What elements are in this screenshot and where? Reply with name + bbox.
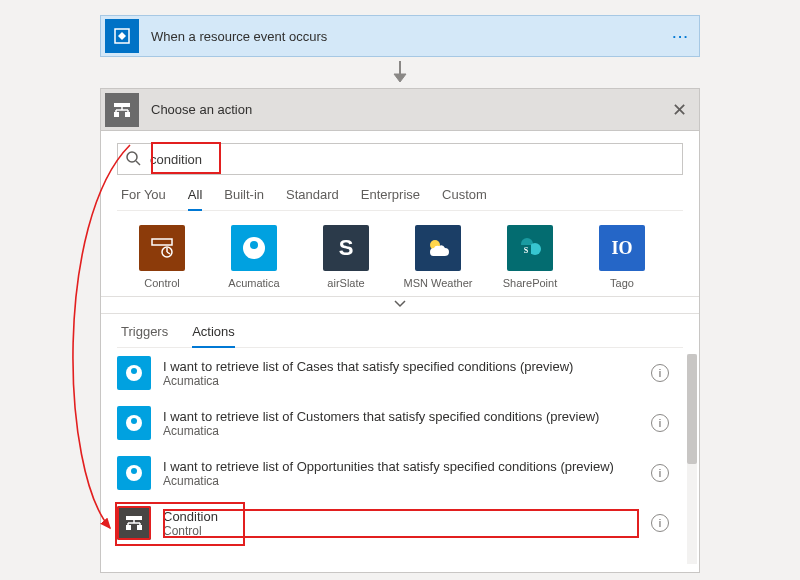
tab-standard[interactable]: Standard xyxy=(286,187,339,210)
svg-point-10 xyxy=(127,152,137,162)
connector-label: Control xyxy=(127,277,197,290)
trigger-card[interactable]: When a resource event occurs ··· xyxy=(100,15,700,57)
tab-for-you[interactable]: For You xyxy=(121,187,166,210)
action-header-icon xyxy=(105,93,139,127)
connector-label: airSlate xyxy=(311,277,381,290)
svg-rect-3 xyxy=(114,103,130,107)
connector-sharepoint[interactable]: SSharePoint xyxy=(495,225,565,290)
control-icon xyxy=(139,225,185,271)
result-title: I want to retrieve list of Customers tha… xyxy=(163,409,639,424)
svg-point-26 xyxy=(131,418,137,424)
sharepoint-icon: S xyxy=(507,225,553,271)
msn-weather-icon xyxy=(415,225,461,271)
search-box[interactable] xyxy=(117,143,683,175)
svg-rect-29 xyxy=(126,516,142,520)
result-tabs: TriggersActions xyxy=(117,314,683,348)
tab-all[interactable]: All xyxy=(188,187,202,210)
info-icon[interactable]: i xyxy=(651,414,669,432)
results-list: I want to retrieve list of Cases that sa… xyxy=(101,348,699,572)
result-title: I want to retrieve list of Cases that sa… xyxy=(163,359,639,374)
event-grid-icon xyxy=(105,19,139,53)
connector-label: MSN Weather xyxy=(403,277,473,290)
tab-custom[interactable]: Custom xyxy=(442,187,487,210)
action-header: Choose an action ✕ xyxy=(101,89,699,131)
connector-tago[interactable]: IOTago xyxy=(587,225,657,290)
action-result-item[interactable]: I want to retrieve list of Opportunities… xyxy=(101,448,699,498)
tago-icon: IO xyxy=(599,225,645,271)
info-icon[interactable]: i xyxy=(651,364,669,382)
connector-airslate[interactable]: SairSlate xyxy=(311,225,381,290)
svg-rect-30 xyxy=(126,525,131,530)
result-subtitle: Acumatica xyxy=(163,374,639,388)
airslate-icon: S xyxy=(323,225,369,271)
connector-label: SharePoint xyxy=(495,277,565,290)
result-subtitle: Acumatica xyxy=(163,474,639,488)
info-icon[interactable]: i xyxy=(651,464,669,482)
connector-msn-weather[interactable]: MSN Weather xyxy=(403,225,473,290)
chevron-down-icon xyxy=(393,298,407,308)
result-title: Condition xyxy=(163,509,639,524)
tab-actions[interactable]: Actions xyxy=(192,324,235,347)
svg-line-15 xyxy=(167,252,170,254)
category-tabs: For YouAllBuilt-inStandardEnterpriseCust… xyxy=(117,175,683,211)
trigger-more-button[interactable]: ··· xyxy=(663,29,699,44)
svg-point-24 xyxy=(131,368,137,374)
svg-rect-4 xyxy=(114,112,119,117)
acumatica-icon xyxy=(117,356,151,390)
tab-triggers[interactable]: Triggers xyxy=(121,324,168,347)
svg-marker-2 xyxy=(394,74,406,82)
scrollbar-thumb[interactable] xyxy=(687,354,697,464)
trigger-title: When a resource event occurs xyxy=(143,29,663,44)
flow-arrow-icon xyxy=(0,61,800,86)
tab-enterprise[interactable]: Enterprise xyxy=(361,187,420,210)
search-input[interactable] xyxy=(148,150,682,169)
action-header-title: Choose an action xyxy=(143,102,659,117)
svg-rect-31 xyxy=(137,525,142,530)
svg-rect-12 xyxy=(152,239,172,245)
result-subtitle: Control xyxy=(163,524,639,538)
action-result-item[interactable]: I want to retrieve list of Customers tha… xyxy=(101,398,699,448)
expand-connectors-button[interactable] xyxy=(101,296,699,314)
connector-control[interactable]: Control xyxy=(127,225,197,290)
search-icon xyxy=(118,150,148,169)
connector-acumatica[interactable]: Acumatica xyxy=(219,225,289,290)
connector-label: Tago xyxy=(587,277,657,290)
result-title: I want to retrieve list of Opportunities… xyxy=(163,459,639,474)
connector-grid: ControlAcumaticaSairSlateMSN WeatherSSha… xyxy=(117,211,683,296)
svg-rect-5 xyxy=(125,112,130,117)
svg-point-17 xyxy=(250,241,258,249)
svg-line-11 xyxy=(136,161,140,165)
tab-built-in[interactable]: Built-in xyxy=(224,187,264,210)
connector-label: Acumatica xyxy=(219,277,289,290)
info-icon[interactable]: i xyxy=(651,514,669,532)
close-icon[interactable]: ✕ xyxy=(659,99,699,121)
svg-text:S: S xyxy=(524,246,529,255)
acumatica-icon xyxy=(117,456,151,490)
acumatica-icon xyxy=(117,406,151,440)
control-icon xyxy=(117,506,151,540)
choose-action-card: Choose an action ✕ For YouAllBuilt-inSta… xyxy=(100,88,700,573)
action-result-item[interactable]: ConditionControli xyxy=(101,498,699,548)
svg-point-28 xyxy=(131,468,137,474)
action-result-item[interactable]: I want to retrieve list of Cases that sa… xyxy=(101,348,699,398)
acumatica-icon xyxy=(231,225,277,271)
result-subtitle: Acumatica xyxy=(163,424,639,438)
